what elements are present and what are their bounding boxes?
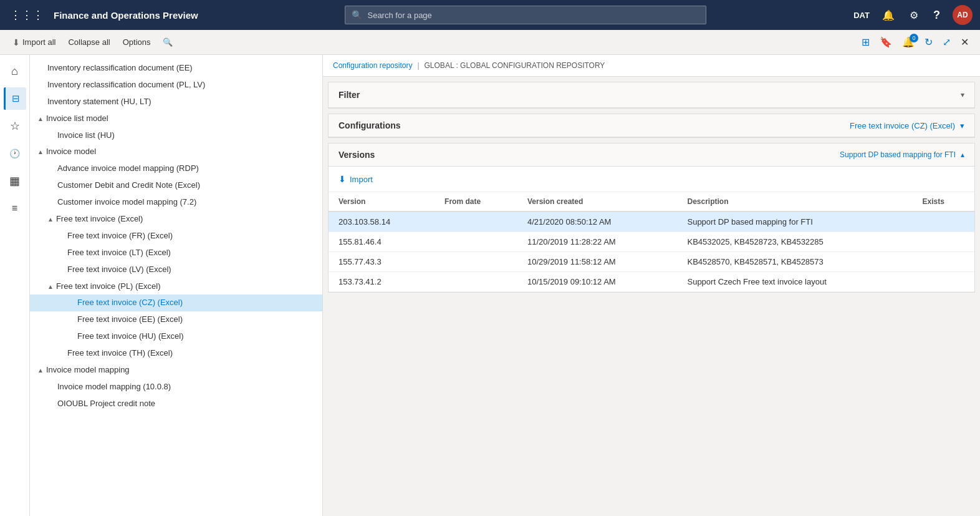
list-item[interactable]: Inventory reclassification document (PL,… xyxy=(30,77,322,94)
col-version: Version xyxy=(329,192,435,212)
sidebar-home-button[interactable]: ⌂ xyxy=(4,60,26,82)
tree-item-label: Free text invoice (HU) (Excel) xyxy=(77,331,183,342)
import-icon: ⬇ xyxy=(339,174,346,184)
versions-header[interactable]: Versions Support DP based mapping for FT… xyxy=(329,144,974,167)
list-item[interactable]: ▲ Invoice list model xyxy=(30,110,322,127)
selected-config-label: Free text invoice (CZ) (Excel) xyxy=(850,121,955,130)
configurations-section: Configurations Free text invoice (CZ) (E… xyxy=(328,114,975,138)
list-item[interactable]: Inventory reclassification document (EE) xyxy=(30,60,322,77)
breadcrumb-separator: | xyxy=(417,61,419,70)
table-cell-fromDate xyxy=(435,252,517,272)
search-toolbar-button[interactable]: 🔍 xyxy=(158,35,178,49)
table-row[interactable]: 153.73.41.210/15/2019 09:10:12 AMSupport… xyxy=(329,272,974,292)
import-button[interactable]: ⬇ Import xyxy=(329,169,383,189)
toolbar-right: ⊞ 🔖 🔔 0 ↻ ⤢ ✕ xyxy=(858,34,973,51)
tree-item-label: Free text invoice (TH) (Excel) xyxy=(67,348,173,359)
refresh-button[interactable]: ↻ xyxy=(921,34,936,51)
apps-menu-button[interactable]: ⋮⋮⋮ xyxy=(7,6,46,24)
search-toolbar-icon: 🔍 xyxy=(163,37,173,47)
user-avatar-button[interactable]: AD xyxy=(953,5,973,25)
table-cell-version: 153.73.41.2 xyxy=(329,272,435,292)
list-item[interactable]: ▲ Free text invoice (Excel) xyxy=(30,211,322,228)
configurations-title: Configurations xyxy=(339,120,401,130)
sidebar-filter-button[interactable]: ⊟ xyxy=(4,87,26,110)
collapse-arrow-icon: ▲ xyxy=(37,148,44,156)
col-from-date: From date xyxy=(435,192,517,212)
versions-chevron-icon: ▴ xyxy=(961,150,964,159)
breadcrumb: Configuration repository | GLOBAL : GLOB… xyxy=(323,55,980,77)
notifications-button[interactable]: 🔔 xyxy=(880,7,897,24)
table-cell-fromDate xyxy=(435,232,517,252)
tree-item-label: Free text invoice (EE) (Excel) xyxy=(77,314,183,325)
tree-item-label: Invoice model mapping (10.0.8) xyxy=(57,382,171,392)
sidebar-dashboard-button[interactable]: ▦ xyxy=(4,170,26,192)
list-item[interactable]: Customer Debit and Credit Note (Excel) xyxy=(30,177,322,194)
filter-chevron-icon: ▾ xyxy=(961,90,964,99)
config-section-right: Free text invoice (CZ) (Excel) ▾ xyxy=(850,121,964,130)
list-item[interactable]: Free text invoice (EE) (Excel) xyxy=(30,311,322,328)
table-cell-description: Support Czech Free text invoice layout xyxy=(677,272,912,292)
grid-view-button[interactable]: ⊞ xyxy=(858,34,873,51)
list-item[interactable]: Free text invoice (LV) (Excel) xyxy=(30,261,322,278)
collapse-all-label: Collapse all xyxy=(68,37,110,47)
table-cell-exists xyxy=(913,212,975,232)
table-cell-versionCreated: 11/20/2019 11:28:22 AM xyxy=(517,232,678,252)
collapse-arrow-icon: ▲ xyxy=(37,115,44,123)
options-label: Options xyxy=(123,37,151,47)
configurations-header[interactable]: Configurations Free text invoice (CZ) (E… xyxy=(329,114,974,137)
list-item[interactable]: Customer invoice model mapping (7.2) xyxy=(30,194,322,211)
sidebar-favorites-button[interactable]: ☆ xyxy=(4,115,26,137)
expand-button[interactable]: ⤢ xyxy=(939,34,954,51)
table-cell-fromDate xyxy=(435,272,517,292)
notification-badge: 0 xyxy=(910,34,918,42)
tree-item-label: Free text invoice (PL) (Excel) xyxy=(56,281,161,292)
table-cell-version: 203.103.58.14 xyxy=(329,212,435,232)
filter-section: Filter ▾ xyxy=(328,82,975,109)
list-item[interactable]: ▲ Invoice model xyxy=(30,144,322,160)
import-all-button[interactable]: ⬇ Import all xyxy=(7,35,60,50)
sidebar-icon-panel: ⌂ ⊟ ☆ 🕐 ▦ ≡ xyxy=(0,55,30,516)
table-cell-exists xyxy=(913,272,975,292)
top-navigation: ⋮⋮⋮ Finance and Operations Preview 🔍 Sea… xyxy=(0,0,980,30)
list-item[interactable]: Free text invoice (CZ) (Excel) xyxy=(30,295,322,311)
table-cell-description: Support DP based mapping for FTI xyxy=(677,212,912,232)
notification-toolbar-button[interactable]: 🔔 0 xyxy=(898,34,918,51)
list-item[interactable]: Invoice model mapping (10.0.8) xyxy=(30,379,322,396)
filter-section-title: Filter xyxy=(339,90,360,100)
list-item[interactable]: Invoice list (HU) xyxy=(30,127,322,144)
list-item[interactable]: ▲ Invoice model mapping xyxy=(30,362,322,379)
search-placeholder: Search for a page xyxy=(367,11,431,20)
list-item[interactable]: Free text invoice (LT) (Excel) xyxy=(30,245,322,261)
help-button[interactable]: ? xyxy=(931,6,943,24)
list-item[interactable]: ▲ Free text invoice (PL) (Excel) xyxy=(30,278,322,295)
tree-item-label: Free text invoice (FR) (Excel) xyxy=(67,231,173,241)
collapse-all-button[interactable]: Collapse all xyxy=(63,35,115,49)
table-cell-versionCreated: 10/29/2019 11:58:12 AM xyxy=(517,252,678,272)
breadcrumb-config-repo[interactable]: Configuration repository xyxy=(333,61,412,70)
tree-item-label: Free text invoice (Excel) xyxy=(56,214,143,225)
list-item[interactable]: Inventory statement (HU, LT) xyxy=(30,94,322,110)
settings-button[interactable]: ⚙ xyxy=(907,7,921,24)
table-row[interactable]: 155.81.46.411/20/2019 11:28:22 AMKB45320… xyxy=(329,232,974,252)
col-exists: Exists xyxy=(913,192,975,212)
collapse-arrow-icon: ▲ xyxy=(37,366,44,374)
options-button[interactable]: Options xyxy=(118,35,156,49)
filter-section-header[interactable]: Filter ▾ xyxy=(329,82,974,108)
collapse-arrow-icon: ▲ xyxy=(47,215,54,223)
list-item[interactable]: Advance invoice model mapping (RDP) xyxy=(30,160,322,177)
toolbar: ⬇ Import all Collapse all Options 🔍 ⊞ 🔖 … xyxy=(0,30,980,55)
sidebar-menu-button[interactable]: ≡ xyxy=(4,197,26,220)
app-title: Finance and Operations Preview xyxy=(54,10,198,21)
table-cell-exists xyxy=(913,232,975,252)
table-row[interactable]: 203.103.58.144/21/2020 08:50:12 AMSuppor… xyxy=(329,212,974,232)
tree-item-label: Free text invoice (CZ) (Excel) xyxy=(77,298,183,308)
sidebar-recent-button[interactable]: 🕐 xyxy=(4,142,26,165)
list-item[interactable]: Free text invoice (HU) (Excel) xyxy=(30,328,322,345)
list-item[interactable]: OIOUBL Project credit note xyxy=(30,396,322,412)
bookmark-button[interactable]: 🔖 xyxy=(876,34,896,51)
table-row[interactable]: 155.77.43.310/29/2019 11:58:12 AMKB45285… xyxy=(329,252,974,272)
list-item[interactable]: Free text invoice (FR) (Excel) xyxy=(30,228,322,245)
close-button[interactable]: ✕ xyxy=(957,34,973,51)
search-bar[interactable]: 🔍 Search for a page xyxy=(345,6,706,24)
list-item[interactable]: Free text invoice (TH) (Excel) xyxy=(30,345,322,362)
